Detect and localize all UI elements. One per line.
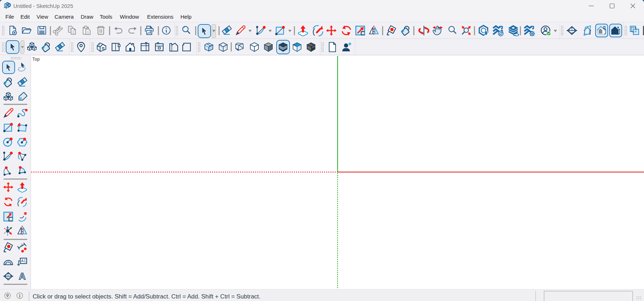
svg-text:A-B: A-B [6, 277, 10, 279]
svg-text:C: C [571, 28, 573, 30]
svg-text:3: 3 [20, 243, 23, 247]
svg-text:A1: A1 [21, 259, 26, 263]
svg-text:A-B: A-B [570, 31, 574, 34]
svg-text:A: A [19, 271, 26, 282]
svg-text:C: C [8, 273, 9, 276]
